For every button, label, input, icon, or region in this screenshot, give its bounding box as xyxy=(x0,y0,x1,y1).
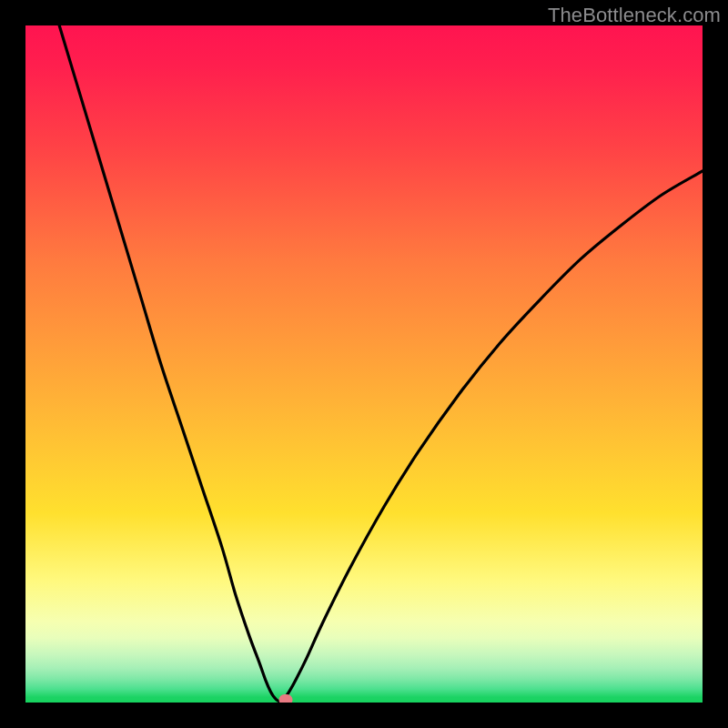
plot-area xyxy=(25,25,703,703)
optimum-marker xyxy=(279,694,293,703)
chart-frame: TheBottleneck.com xyxy=(0,0,728,728)
curve-svg xyxy=(25,25,703,703)
bottleneck-curve xyxy=(59,25,703,702)
watermark-text: TheBottleneck.com xyxy=(548,4,721,27)
